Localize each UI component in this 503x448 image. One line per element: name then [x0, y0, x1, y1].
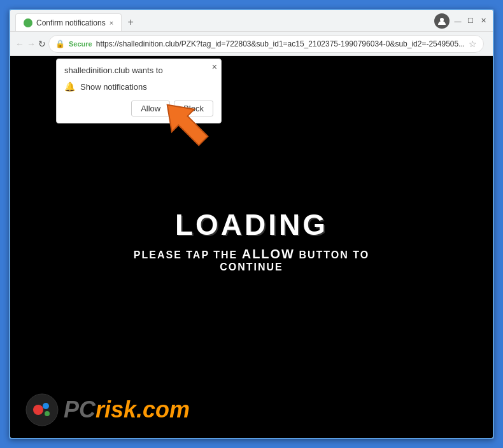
secure-label: Secure: [69, 40, 92, 48]
subtitle-before: PLEASE TAP THE: [134, 249, 242, 260]
watermark: PCrisk.com: [25, 393, 190, 426]
risk-com-text: risk.com: [96, 396, 190, 423]
svg-point-3: [43, 403, 49, 409]
page-content: LOADING PLEASE TAP THE ALLOW BUTTON TO C…: [10, 56, 493, 438]
menu-button[interactable]: ⋮: [489, 35, 494, 53]
url-text: https://shalledinition.club/PZK?tag_id=7…: [96, 39, 465, 48]
loading-title: LOADING: [131, 207, 372, 242]
browser-tab[interactable]: Confirm notifications ×: [15, 13, 122, 31]
new-tab-button[interactable]: +: [122, 13, 139, 31]
refresh-button[interactable]: ↻: [38, 35, 46, 53]
title-bar-controls: — ☐ ✕: [434, 13, 488, 29]
close-button[interactable]: ✕: [479, 17, 488, 25]
loading-subtitle: PLEASE TAP THE ALLOW BUTTON TO CONTINUE: [131, 247, 372, 273]
tab-label: Confirm notifications: [36, 18, 106, 27]
minimize-button[interactable]: —: [453, 17, 462, 25]
arrow-overlay: [157, 94, 214, 154]
tab-close-button[interactable]: ×: [110, 19, 113, 27]
forward-button[interactable]: →: [27, 35, 36, 53]
tab-area: Confirm notifications × +: [15, 10, 434, 31]
title-bar: Confirm notifications × + — ☐ ✕: [10, 10, 493, 32]
pc-logo-icon: [25, 393, 59, 426]
arrow-icon: [157, 94, 214, 151]
risk-brand-text: PCrisk.com: [64, 398, 190, 421]
svg-point-2: [33, 405, 43, 415]
nav-bar: ← → ↻ 🔒 Secure https://shalledinition.cl…: [10, 32, 493, 56]
bookmark-icon[interactable]: ☆: [469, 39, 477, 49]
back-button[interactable]: ←: [15, 35, 24, 53]
address-bar[interactable]: 🔒 Secure https://shalledinition.club/PZK…: [48, 35, 484, 53]
secure-icon: 🔒: [55, 39, 65, 48]
popup-close-button[interactable]: ×: [212, 62, 217, 72]
notification-item-label: Show notifications: [80, 82, 147, 92]
svg-marker-5: [157, 94, 214, 151]
browser-window: Confirm notifications × + — ☐ ✕ ← → ↻ 🔒 …: [9, 9, 494, 439]
loading-section: LOADING PLEASE TAP THE ALLOW BUTTON TO C…: [131, 207, 372, 273]
restore-button[interactable]: ☐: [466, 17, 475, 25]
bell-icon: 🔔: [64, 81, 75, 92]
popup-header-text: shalledinition.club wants to: [57, 59, 221, 79]
allow-word: ALLOW: [242, 247, 295, 261]
svg-point-4: [45, 411, 50, 416]
profile-icon[interactable]: [434, 13, 450, 29]
tab-favicon: [24, 18, 32, 27]
